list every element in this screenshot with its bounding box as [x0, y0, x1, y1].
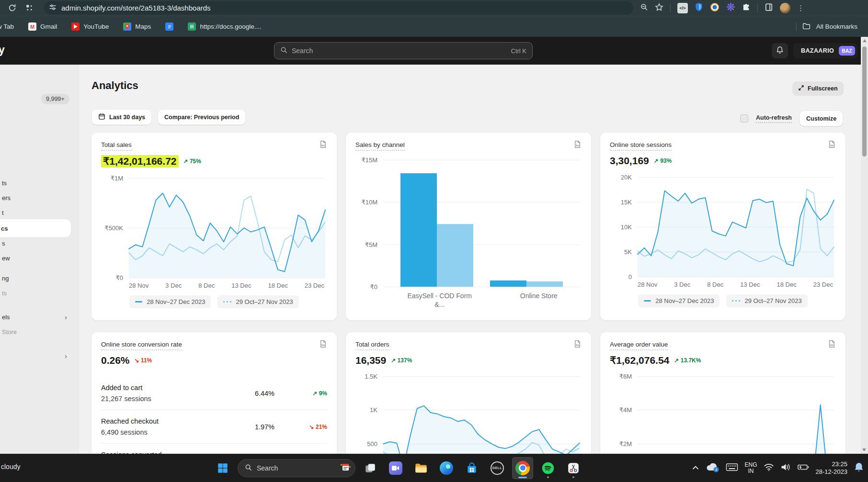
extension-shield-icon[interactable]: [695, 2, 703, 14]
video-chat-app-icon[interactable]: [385, 457, 406, 479]
sidebar-item-ers[interactable]: ers: [2, 193, 74, 202]
reload-icon[interactable]: [7, 3, 17, 13]
bar[interactable]: [400, 173, 437, 287]
customize-button[interactable]: Customize: [799, 111, 843, 126]
sidebar-item-ew[interactable]: ew: [2, 253, 74, 263]
bar[interactable]: [490, 280, 526, 287]
dell-app-icon[interactable]: DELL: [487, 457, 508, 479]
orders-delta: ↗ 137%: [391, 357, 412, 364]
all-bookmarks-label[interactable]: All Bookmarks: [816, 23, 857, 30]
notification-bell-icon[interactable]: [854, 461, 864, 475]
language-indicator[interactable]: ENG IN: [744, 462, 757, 474]
legend-item[interactable]: 28 Nov–27 Dec 2023: [638, 294, 720, 307]
volume-icon[interactable]: [780, 463, 791, 473]
export-report-icon[interactable]: [319, 340, 327, 350]
wifi-icon[interactable]: [764, 463, 774, 473]
search-highlight-calendar-icon[interactable]: [340, 462, 351, 474]
site-settings-icon[interactable]: [49, 3, 57, 13]
auto-refresh-label[interactable]: Auto-refresh: [756, 114, 792, 123]
snipping-tool-icon[interactable]: [563, 457, 584, 479]
legend-item[interactable]: 29 Oct–27 Nov 2023: [726, 294, 807, 307]
export-report-icon[interactable]: [828, 340, 836, 350]
chevron-right-icon: ›: [65, 313, 67, 321]
clock-widget[interactable]: 23:25 28-12-2023: [816, 460, 848, 476]
page-scrollbar[interactable]: [861, 37, 868, 454]
sidebar-item-chevron[interactable]: ›: [2, 351, 74, 360]
bookmark-new-tab[interactable]: w Tab: [0, 23, 14, 30]
x-axis-label: 28 Nov: [129, 282, 148, 289]
extension-flower-icon[interactable]: [726, 2, 735, 13]
export-report-icon[interactable]: [573, 140, 582, 150]
scrollbar-thumb[interactable]: [862, 46, 867, 157]
admin-search-input[interactable]: Search Ctrl K: [274, 42, 533, 59]
bar[interactable]: [526, 281, 563, 287]
zoom-icon[interactable]: [640, 3, 648, 13]
compare-button[interactable]: Compare: Previous period: [158, 109, 246, 125]
sessions-delta: ↗ 93%: [654, 157, 672, 164]
extension-circle-icon[interactable]: [710, 2, 720, 14]
bookmark-youtube[interactable]: YouTube: [71, 22, 109, 31]
bookmark-docs[interactable]: [165, 22, 173, 31]
card-title[interactable]: Total orders: [355, 341, 389, 350]
scrollbar-up-arrow[interactable]: [863, 39, 867, 42]
file-explorer-icon[interactable]: [411, 457, 432, 479]
browser-menu-icon[interactable]: ⋮: [797, 4, 804, 12]
weather-widget[interactable]: cloudy: [1, 463, 20, 471]
export-report-icon[interactable]: [319, 140, 327, 150]
gridline: [129, 278, 325, 278]
y-axis-label: 1.5K: [365, 372, 377, 380]
extension-puzzle-icon[interactable]: [742, 3, 751, 13]
bookmark-gmail[interactable]: M Gmail: [28, 22, 57, 31]
sidebar-item-els[interactable]: els›: [2, 312, 74, 322]
legend-item[interactable]: 28 Nov–27 Dec 2023: [129, 295, 211, 308]
x-axis-label: 13 Dec: [740, 281, 760, 288]
edge-browser-icon[interactable]: [436, 457, 457, 479]
notifications-button[interactable]: [772, 43, 788, 58]
x-axis-label: 3 Dec: [674, 281, 690, 288]
tab-groups-icon[interactable]: [24, 3, 34, 13]
spotify-icon[interactable]: [537, 457, 559, 479]
battery-icon[interactable]: [797, 463, 810, 473]
task-view-icon[interactable]: [360, 457, 381, 479]
account-menu[interactable]: BAZAARIO BAZ: [793, 43, 857, 58]
bookmark-star-icon[interactable]: [655, 3, 663, 13]
tray-overflow-chevron[interactable]: [692, 464, 699, 471]
fullscreen-button[interactable]: Fullscreen: [792, 81, 844, 96]
start-button[interactable]: [212, 457, 233, 479]
onedrive-icon[interactable]: i: [705, 461, 720, 475]
bookmark-maps[interactable]: Maps: [123, 22, 151, 31]
card-title[interactable]: Sales by channel: [355, 141, 405, 151]
all-bookmarks-folder-icon[interactable]: [802, 22, 811, 31]
address-bar[interactable]: admin.shopify.com/store/2a5183-3/dashboa…: [44, 1, 633, 14]
scrollbar-down-arrow[interactable]: [862, 448, 866, 451]
side-panel-icon[interactable]: [765, 3, 773, 13]
extension-code-icon[interactable]: </>: [677, 3, 688, 13]
sidebar-item-ts[interactable]: ts: [2, 178, 74, 188]
card-title[interactable]: Online store sessions: [610, 141, 672, 151]
bookmark-sheets[interactable]: https://docs.google....: [188, 22, 261, 31]
bar[interactable]: [437, 224, 473, 287]
sidebar-item-cs[interactable]: cs: [0, 219, 71, 237]
sidebar-item-ts[interactable]: ts: [2, 288, 74, 298]
taskbar-search-input[interactable]: Search: [238, 459, 355, 477]
sidebar-item-s[interactable]: s: [2, 238, 74, 248]
bookmarks-bar: w Tab M Gmail YouTube Maps https://docs.…: [0, 16, 868, 37]
chrome-browser-icon[interactable]: [512, 457, 533, 479]
legend-item[interactable]: 29 Oct–27 Nov 2023: [217, 295, 298, 308]
card-title[interactable]: Average order value: [610, 341, 668, 350]
export-report-icon[interactable]: [573, 340, 582, 350]
auto-refresh-checkbox[interactable]: [740, 114, 748, 123]
card-title[interactable]: Online store conversion rate: [101, 341, 182, 350]
solid-line-marker: [135, 301, 142, 303]
card-title[interactable]: Total sales: [101, 141, 132, 151]
url-text[interactable]: admin.shopify.com/store/2a5183-3/dashboa…: [61, 4, 211, 12]
export-report-icon[interactable]: [828, 140, 836, 150]
sidebar-item-ng[interactable]: ng: [2, 273, 74, 283]
sidebar-item-Store[interactable]: Store: [2, 327, 74, 336]
sales-by-channel-card: Sales by channel ₹15M₹10M₹5M₹0 EasySell …: [346, 133, 591, 320]
date-range-button[interactable]: Last 30 days: [91, 109, 152, 125]
sidebar-item-t[interactable]: t: [2, 208, 74, 217]
touch-keyboard-icon[interactable]: [726, 462, 738, 474]
microsoft-store-icon[interactable]: [461, 457, 482, 479]
browser-profile-avatar[interactable]: [780, 3, 790, 13]
